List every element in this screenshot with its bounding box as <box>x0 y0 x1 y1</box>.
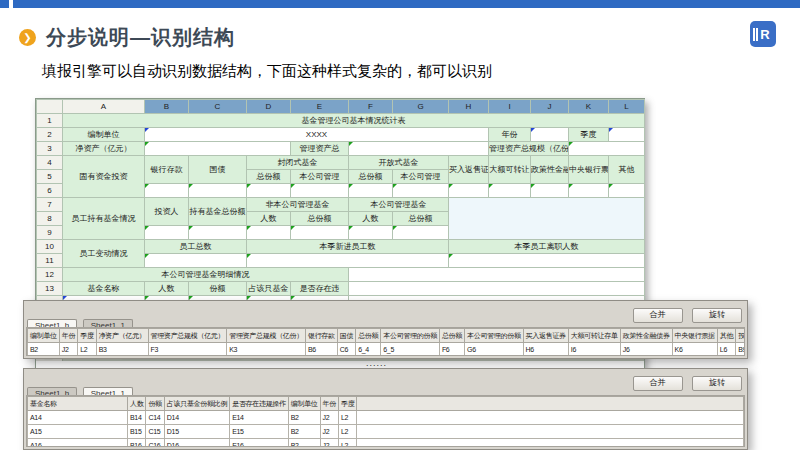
field-cellref[interactable]: B14 <box>128 411 146 425</box>
row-number[interactable]: 5 <box>37 170 63 184</box>
column-header-a[interactable]: A <box>63 100 145 114</box>
field-cellref[interactable]: L2 <box>338 439 356 448</box>
row-number[interactable]: 8 <box>37 212 63 226</box>
cell-input[interactable] <box>531 128 569 142</box>
row-number[interactable]: 4 <box>37 156 63 170</box>
merge-button[interactable]: 合并 <box>633 308 683 323</box>
cell-input[interactable] <box>349 184 393 198</box>
cell-input[interactable] <box>145 184 189 198</box>
cell-input[interactable] <box>531 184 569 198</box>
field-cellref[interactable]: E15 <box>230 425 289 439</box>
row-number[interactable]: 10 <box>37 240 63 254</box>
cell-input[interactable] <box>145 254 247 268</box>
field-cellref[interactable]: L2 <box>338 411 356 425</box>
cell-input[interactable]: XXXX <box>145 128 489 142</box>
cell-input[interactable] <box>489 184 531 198</box>
field-cellref[interactable]: A14 <box>28 411 128 425</box>
row-number[interactable]: 2 <box>37 128 63 142</box>
field-cellref[interactable]: B15 <box>128 425 146 439</box>
cell-input[interactable] <box>449 184 489 198</box>
field-cellref[interactable]: J2 <box>320 425 338 439</box>
field-cellref[interactable]: L2 <box>78 343 96 357</box>
field-cellref[interactable]: E16 <box>230 439 289 448</box>
field-cellref[interactable]: J2 <box>320 411 338 425</box>
cell-input[interactable] <box>393 184 449 198</box>
cell-input[interactable] <box>247 226 291 240</box>
column-header-i[interactable]: I <box>489 100 531 114</box>
column-header-d[interactable]: D <box>247 100 291 114</box>
field-cellref[interactable]: J6 <box>620 343 672 357</box>
field-cellref[interactable]: A16 <box>28 439 128 448</box>
merge-button[interactable]: 合并 <box>633 376 683 391</box>
field-cellref[interactable]: B2 <box>288 411 320 425</box>
field-cellref[interactable]: B2 <box>28 343 60 357</box>
cell-input[interactable] <box>247 184 291 198</box>
cell-input[interactable] <box>449 254 645 268</box>
field-cellref[interactable]: L6 <box>717 343 735 357</box>
field-cellref[interactable]: F6 <box>439 343 464 357</box>
column-header-k[interactable]: K <box>569 100 609 114</box>
field-cellref[interactable]: K6 <box>672 343 717 357</box>
field-cellref[interactable]: A15 <box>28 425 128 439</box>
rotate-button[interactable]: 旋转 <box>692 376 742 391</box>
row-number[interactable]: 9 <box>37 226 63 240</box>
field-cellref[interactable]: B6 <box>305 343 337 357</box>
rotate-button[interactable]: 旋转 <box>692 308 742 323</box>
cell-input[interactable] <box>393 226 449 240</box>
field-cellref[interactable]: D16 <box>164 439 229 448</box>
cell-input[interactable] <box>349 142 489 156</box>
row-number[interactable]: 12 <box>37 268 63 282</box>
field-cellref[interactable]: D15 <box>164 425 229 439</box>
field-cellref[interactable]: B3 <box>96 343 148 357</box>
field-cellref[interactable]: 6_5 <box>381 343 440 357</box>
field-cellref[interactable]: E14 <box>230 411 289 425</box>
cell-input[interactable] <box>569 142 645 156</box>
cell-input[interactable] <box>189 226 247 240</box>
field-cellref[interactable]: C14 <box>146 411 164 425</box>
column-header-l[interactable]: L <box>609 100 645 114</box>
field-cellref[interactable]: C15 <box>146 425 164 439</box>
cell-input[interactable] <box>291 184 349 198</box>
column-header-h[interactable]: H <box>449 100 489 114</box>
row-number[interactable]: 1 <box>37 114 63 128</box>
row-number[interactable]: 11 <box>37 254 63 268</box>
column-header-j[interactable]: J <box>531 100 569 114</box>
cell-input[interactable] <box>145 142 291 156</box>
row-number[interactable]: 13 <box>37 282 63 296</box>
field-cellref[interactable]: J2 <box>320 439 338 448</box>
field-cellref[interactable]: B9 <box>736 343 745 357</box>
cell-input[interactable] <box>569 184 609 198</box>
field-cellref[interactable]: G6 <box>464 343 523 357</box>
field-cellref[interactable]: K3 <box>227 343 306 357</box>
cell-input[interactable] <box>349 226 393 240</box>
field-cellref[interactable]: C16 <box>146 439 164 448</box>
cell-input[interactable] <box>247 254 449 268</box>
field-cellref[interactable]: H6 <box>523 343 568 357</box>
column-header-e[interactable]: E <box>291 100 349 114</box>
cell-input[interactable] <box>609 128 645 142</box>
cell-label: 中央银行票 <box>569 156 609 184</box>
column-header-c[interactable]: C <box>189 100 247 114</box>
row-number[interactable]: 3 <box>37 142 63 156</box>
field-cellref[interactable]: L2 <box>338 425 356 439</box>
cell-input[interactable] <box>189 184 247 198</box>
field-header: 银行存款 <box>305 329 337 343</box>
field-cellref[interactable]: B16 <box>128 439 146 448</box>
field-cellref[interactable]: J2 <box>59 343 77 357</box>
cell-label: 总份额 <box>393 212 449 226</box>
cell-input[interactable] <box>291 226 349 240</box>
cell-input[interactable] <box>145 226 189 240</box>
field-cellref[interactable]: 6_4 <box>356 343 381 357</box>
cell-input[interactable] <box>609 184 645 198</box>
field-cellref[interactable]: B2 <box>288 439 320 448</box>
field-cellref[interactable]: I6 <box>568 343 620 357</box>
field-cellref[interactable]: D14 <box>164 411 229 425</box>
row-number[interactable]: 7 <box>37 198 63 212</box>
column-header-g[interactable]: G <box>393 100 449 114</box>
column-header-f[interactable]: F <box>349 100 393 114</box>
field-cellref[interactable]: C6 <box>337 343 355 357</box>
column-header-b[interactable]: B <box>145 100 189 114</box>
field-cellref[interactable]: F3 <box>148 343 227 357</box>
row-number[interactable]: 6 <box>37 184 63 198</box>
field-cellref[interactable]: B2 <box>288 425 320 439</box>
